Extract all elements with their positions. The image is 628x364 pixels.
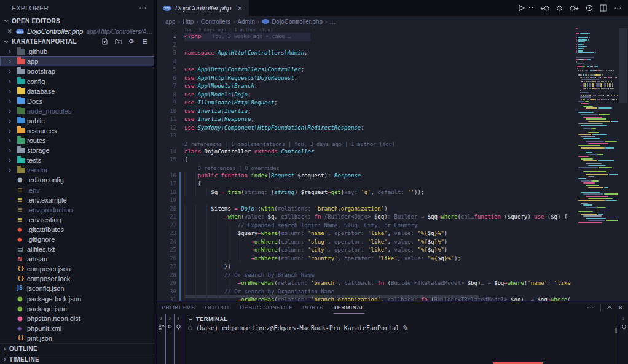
tree-item-tests[interactable]: ›tests [0,155,154,165]
tree-item-jsconfig-json[interactable]: JSjsconfig.json [0,284,154,293]
code-line[interactable]: 11use Inertia\Response; [157,115,576,124]
tree-item--env-production[interactable]: ≡.env.production [0,205,154,215]
line-number[interactable]: 16 [157,172,184,180]
command-decoration-icon[interactable] [188,326,192,330]
code-line[interactable]: 16public function index(Request $request… [157,172,576,180]
code-line[interactable]: 6use App\Http\Requests\DojoRequest; [157,74,576,83]
line-number[interactable]: 14 [157,148,184,157]
panel-tab-debug-console[interactable]: DEBUG CONSOLE [240,301,292,314]
tree-item-artisan[interactable]: ≋artisan [0,254,154,264]
terminal-split-collapsed-right[interactable]: › [619,314,628,364]
line-number[interactable]: 24 [157,238,184,247]
code-line[interactable]: 29→orWhereHas(relation: 'branch', callba… [157,279,576,288]
outline-section[interactable]: › OUTLINE [0,343,154,354]
line-number[interactable]: 7 [157,82,184,91]
tab-dojocontroller[interactable]: php DojoController.php ✕ [157,0,249,16]
line-number[interactable]: 19 [157,196,184,205]
line-number[interactable]: 27 [157,263,184,271]
tree-item-storage[interactable]: ›storage [0,145,154,155]
line-number[interactable]: 28 [157,271,184,280]
line-number[interactable]: 17 [157,180,184,188]
panel-tab-ports[interactable]: PORTS [303,301,324,314]
line-number[interactable]: 9 [157,99,184,107]
tree-item-node-modules[interactable]: ›node_modules [0,106,154,116]
panel-tab-terminal[interactable]: TERMINAL [334,301,364,314]
code-line[interactable]: 19 [157,196,576,205]
line-number[interactable]: 12 [157,124,184,133]
code-line[interactable]: 18$q = trim(string: (string) $request→ge… [157,188,576,197]
line-number[interactable]: 26 [157,255,184,263]
code-line[interactable]: 21→when(value: $q, callback: fn (Builder… [157,213,576,222]
open-changes-icon[interactable] [556,5,563,12]
line-number[interactable]: 25 [157,246,184,255]
line-number[interactable]: 3 [157,49,184,58]
file-history-icon[interactable] [586,4,593,12]
tree-item--editorconfig[interactable]: ●.editorconfig [0,175,154,185]
line-number[interactable]: 4 [157,58,184,66]
codelens[interactable]: 0 references | 0 overrides [157,165,576,172]
code-line[interactable]: 2 [157,41,576,50]
close-panel-icon[interactable]: ✕ [618,304,623,311]
vertical-scrollbar-thumb[interactable] [619,28,627,103]
line-number[interactable]: 18 [157,188,184,197]
code-line[interactable]: 25→orWhere(column: 'city', operator: 'li… [157,246,576,255]
tree-item--env[interactable]: ≡.env [0,185,154,195]
line-number[interactable]: 5 [157,66,184,74]
code-line[interactable]: 23$query→where(column: 'name', operator:… [157,230,576,238]
code-line[interactable]: 14class DojoController extends Controlle… [157,148,576,157]
line-number[interactable]: 22 [157,222,184,230]
open-changes-next-icon[interactable] [570,5,579,12]
tree-item-database[interactable]: ›database [0,87,154,96]
project-section-header[interactable]: KARATEFANPORTAL ⟳ ⊟ [0,37,154,47]
collapse-all-icon[interactable]: ⊟ [141,37,149,45]
tree-item-package-json[interactable]: ●package.json [0,304,154,314]
code-line[interactable]: 22// Expanded search logic: Name, Slug, … [157,222,576,230]
tree-item--env-testing[interactable]: ≡.env.testing [0,215,154,225]
terminal[interactable]: TERMINAL (base) edgarmartinez@Edgars-Mac… [183,314,619,364]
line-number[interactable]: 8 [157,91,184,99]
code-line[interactable]: 24→orWhere(column: 'slug', operator: 'li… [157,238,576,247]
minimap[interactable] [576,28,619,301]
code-line[interactable]: 30// Or search by Organization Name [157,288,576,296]
code-line[interactable]: 20$items = Dojo::with(relations: 'branch… [157,205,576,214]
open-changes-previous-icon[interactable] [540,5,549,12]
tree-item-resources[interactable]: ›resources [0,126,154,136]
code-line[interactable]: 13 [157,132,576,141]
tree-item--env-example[interactable]: ≡.env.example [0,195,154,205]
tree-item-config[interactable]: ›config [0,76,154,86]
line-number[interactable]: 20 [157,205,184,214]
tree-item-package-lock-json[interactable]: ●package-lock.json [0,294,154,304]
code-line[interactable]: 31→orWhereHas(relation: 'branch.organiza… [157,296,576,301]
code-line[interactable]: 3namespace App\Http\Controllers\Admin; [157,49,576,58]
maximize-panel-icon[interactable] [606,304,613,311]
panel-tab-problems[interactable]: PROBLEMS [162,301,195,314]
line-number[interactable]: 23 [157,230,184,238]
code-line[interactable]: 15{ [157,156,576,165]
code-line[interactable]: 7use App\Models\Branch; [157,82,576,91]
code-line[interactable]: 28// Or search by Branch Name [157,271,576,280]
code-line[interactable]: 4 [157,58,576,66]
tree-item-vendor[interactable]: ›vendor [0,165,154,175]
more-actions-icon[interactable]: ⋯ [614,4,622,12]
tree-item--github[interactable]: ›.github [0,47,154,56]
close-icon[interactable]: ✕ [237,5,242,12]
line-number[interactable]: 15 [157,156,184,165]
close-icon[interactable]: ✕ [7,28,13,34]
refresh-icon[interactable]: ⟳ [128,37,136,45]
tree-item-phpunit-xml[interactable]: ◈phpunit.xml [0,323,154,333]
code-line[interactable]: 12use Symfony\Component\HttpFoundation\R… [157,124,576,133]
code-line[interactable]: 10use Inertia\Inertia; [157,107,576,116]
terminal-prompt-line[interactable]: (base) edgarmartinez@Edgars-MacBook-Pro … [183,323,619,333]
vertical-scrollbar[interactable] [619,27,628,301]
line-number[interactable]: 31 [157,296,184,301]
split-editor-icon[interactable] [600,4,607,12]
code-line[interactable]: 9use Illuminate\Http\Request; [157,99,576,107]
line-number[interactable]: 21 [157,213,184,222]
line-number[interactable]: 10 [157,107,184,116]
run-dropdown-icon[interactable] [528,6,533,10]
tree-item-app[interactable]: ›app [0,56,154,66]
code-line[interactable]: 1<?phpYou, 3 weeks ago • cake … [157,33,576,41]
code-line[interactable]: 26→orWhere(column: 'country', operator: … [157,255,576,263]
tree-item--gitattributes[interactable]: ◆.gitattributes [0,225,154,234]
tree-item-phpstan-neon-dist[interactable]: ●phpstan.neon.dist [0,314,154,323]
